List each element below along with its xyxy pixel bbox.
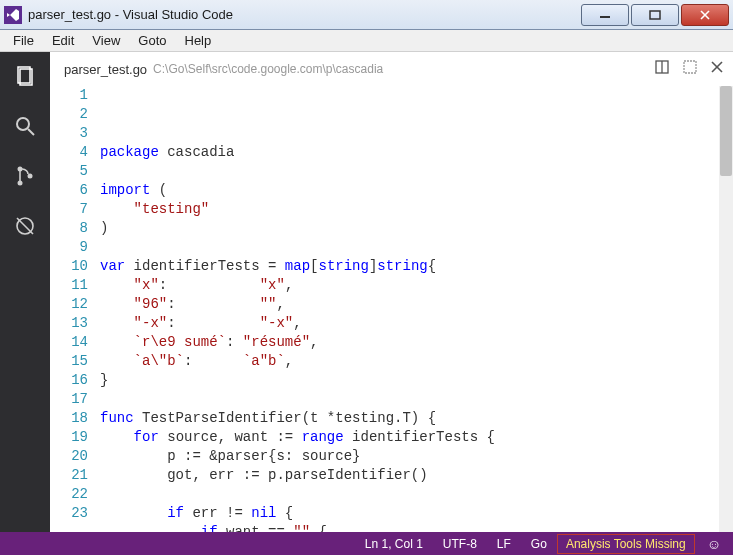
status-position[interactable]: Ln 1, Col 1 [355,537,433,551]
editor-tab-bar: parser_test.go C:\Go\Self\src\code.googl… [50,52,733,86]
code-line[interactable] [100,390,733,409]
line-number: 2 [50,105,88,124]
code-line[interactable]: package cascadia [100,143,733,162]
minimize-button[interactable] [581,4,629,26]
menu-edit[interactable]: Edit [43,31,83,50]
code-line[interactable]: "testing" [100,200,733,219]
vscode-icon [4,6,22,24]
line-number: 16 [50,371,88,390]
svg-rect-2 [650,11,660,19]
code-line[interactable] [100,162,733,181]
status-encoding[interactable]: UTF-8 [433,537,487,551]
code-editor[interactable]: 1234567891011121314151617181920212223 pa… [50,86,733,532]
window-title: parser_test.go - Visual Studio Code [28,7,233,22]
code-line[interactable]: func TestParseIdentifier(t *testing.T) { [100,409,733,428]
line-number: 8 [50,219,88,238]
close-editor-icon[interactable] [711,61,723,76]
svg-rect-16 [684,61,696,73]
code-line[interactable]: `r\e9 sumé`: "résumé", [100,333,733,352]
menu-help[interactable]: Help [176,31,221,50]
line-number: 1 [50,86,88,105]
line-number: 19 [50,428,88,447]
line-number: 13 [50,314,88,333]
line-number: 21 [50,466,88,485]
menubar: File Edit View Goto Help [0,30,733,52]
code-line[interactable]: import ( [100,181,733,200]
code-line[interactable] [100,238,733,257]
split-editor-icon[interactable] [655,60,669,77]
line-number: 17 [50,390,88,409]
line-number: 15 [50,352,88,371]
status-bar: Ln 1, Col 1 UTF-8 LF Go Analysis Tools M… [0,532,733,555]
code-line[interactable]: for source, want := range identifierTest… [100,428,733,447]
svg-line-8 [28,129,34,135]
svg-point-7 [17,118,29,130]
status-language[interactable]: Go [521,537,557,551]
line-number: 23 [50,504,88,523]
status-eol[interactable]: LF [487,537,521,551]
line-number: 9 [50,238,88,257]
scrollbar-thumb[interactable] [720,86,732,176]
line-number: 6 [50,181,88,200]
line-number: 5 [50,162,88,181]
titlebar: parser_test.go - Visual Studio Code [0,0,733,30]
explorer-icon[interactable] [11,62,39,90]
menu-file[interactable]: File [4,31,43,50]
line-number: 14 [50,333,88,352]
code-content[interactable]: package cascadiaimport ( "testing")var i… [100,86,733,532]
line-number: 12 [50,295,88,314]
window-controls [579,4,729,26]
svg-point-10 [18,181,23,186]
code-line[interactable]: "-x": "-x", [100,314,733,333]
svg-rect-1 [600,16,610,18]
code-line[interactable] [100,485,733,504]
code-line[interactable]: } [100,371,733,390]
code-line[interactable]: "96": "", [100,295,733,314]
editor-area: parser_test.go C:\Go\Self\src\code.googl… [50,52,733,532]
status-warning[interactable]: Analysis Tools Missing [557,534,695,554]
line-number: 22 [50,485,88,504]
line-number: 20 [50,447,88,466]
debug-icon[interactable] [11,212,39,240]
code-line[interactable]: "x": "x", [100,276,733,295]
code-line[interactable]: ) [100,219,733,238]
search-icon[interactable] [11,112,39,140]
code-line[interactable]: p := &parser{s: source} [100,447,733,466]
line-number-gutter: 1234567891011121314151617181920212223 [50,86,100,532]
tab-filename[interactable]: parser_test.go [64,62,147,77]
svg-point-9 [18,167,23,172]
source-control-icon[interactable] [11,162,39,190]
line-number: 3 [50,124,88,143]
current-line-highlight [100,86,719,105]
maximize-button[interactable] [631,4,679,26]
editor-actions [655,60,723,77]
code-line[interactable]: got, err := p.parseIdentifier() [100,466,733,485]
line-number: 4 [50,143,88,162]
activity-bar [0,52,50,532]
line-number: 11 [50,276,88,295]
code-line[interactable]: if err != nil { [100,504,733,523]
code-line[interactable]: var identifierTests = map[string]string{ [100,257,733,276]
line-number: 10 [50,257,88,276]
code-line[interactable]: `a\"b`: `a"b`, [100,352,733,371]
vertical-scrollbar[interactable] [719,86,733,532]
menu-goto[interactable]: Goto [129,31,175,50]
line-number: 18 [50,409,88,428]
more-actions-icon[interactable] [683,60,697,77]
menu-view[interactable]: View [83,31,129,50]
svg-marker-0 [7,9,19,21]
close-button[interactable] [681,4,729,26]
svg-point-11 [28,174,33,179]
code-line[interactable]: if want == "" { [100,523,733,532]
tab-filepath: C:\Go\Self\src\code.google.com\p\cascadi… [153,62,383,76]
feedback-icon[interactable]: ☺ [699,536,729,552]
line-number: 7 [50,200,88,219]
